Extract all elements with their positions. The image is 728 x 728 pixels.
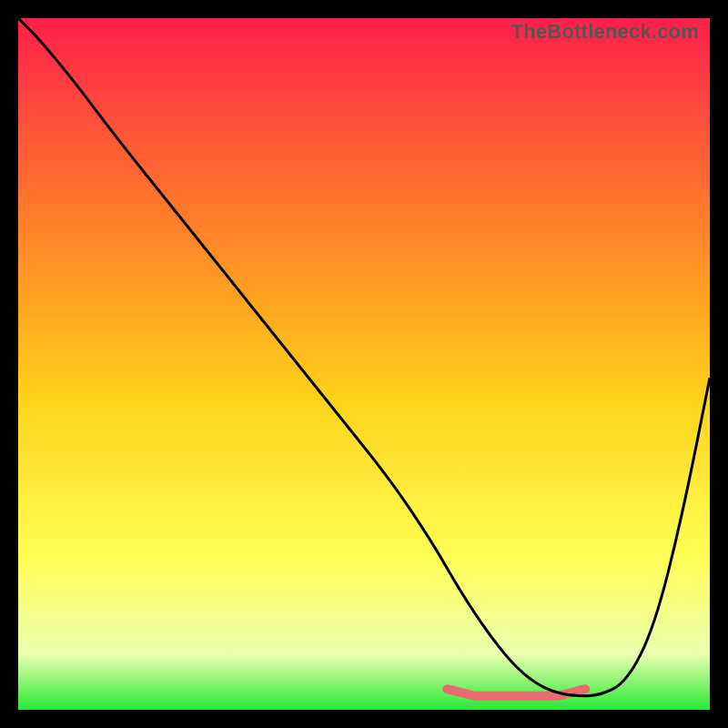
gradient-background bbox=[18, 18, 710, 710]
watermark-text: TheBottleneck.com bbox=[511, 20, 699, 44]
chart-frame: TheBottleneck.com bbox=[18, 18, 710, 710]
bottleneck-chart bbox=[18, 18, 710, 710]
